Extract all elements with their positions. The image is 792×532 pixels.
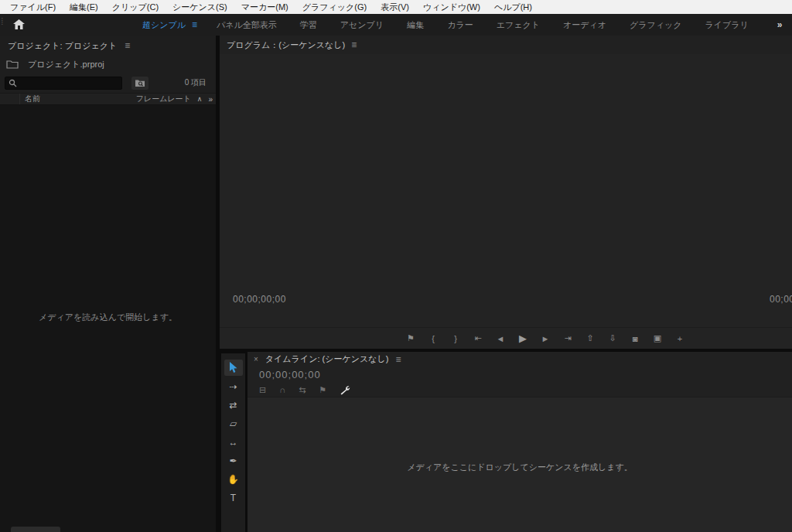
menu-sequence[interactable]: シーケンス(S) — [166, 0, 234, 14]
timeline-timecode[interactable]: 00;00;00;00 — [248, 367, 792, 383]
menu-window[interactable]: ウィンドウ(W) — [416, 0, 487, 14]
mark-in-button[interactable]: { — [428, 334, 439, 343]
project-file-row[interactable]: プロジェクト.prproj — [0, 56, 216, 73]
tab-workspace-audio[interactable]: オーディオ — [551, 14, 618, 36]
selection-arrow-icon — [228, 362, 238, 373]
tools-panel: ⇢ ⇄ ▱ ↔ ✒ ✋ T — [221, 353, 245, 532]
program-monitor-header: プログラム：(シーケンスなし) ≡ — [220, 36, 792, 54]
columns-overflow-icon[interactable]: » — [208, 95, 213, 104]
search-box[interactable] — [5, 77, 122, 90]
panel-menu-icon[interactable]: ≡ — [351, 39, 357, 50]
timeline-tab[interactable]: × タイムライン: (シーケンスなし) ≡ — [248, 352, 792, 367]
program-transport-controls: ⚑ { } ⇤ ◄ ▶ ► ⇥ ⇧ ⇩ ◙ ▣ + — [220, 328, 792, 349]
program-monitor-viewer — [220, 54, 792, 292]
workspace-menu-icon[interactable]: ≡ — [190, 19, 205, 30]
folder-search-icon — [135, 79, 145, 87]
snap-toggle[interactable]: ∩ — [279, 385, 285, 394]
menu-file[interactable]: ファイル(F) — [3, 0, 63, 14]
tab-workspace-effects[interactable]: エフェクト — [485, 14, 551, 36]
project-item-list[interactable]: メディアを読み込んで開始します。 — [0, 105, 216, 532]
search-input[interactable] — [17, 79, 118, 87]
insert-as-nest-toggle[interactable]: ⊟ — [259, 385, 266, 395]
tab-workspace-all-panels[interactable]: パネル全部表示 — [205, 14, 288, 36]
column-name[interactable]: 名前 — [20, 94, 136, 104]
lift-button[interactable]: ⇧ — [585, 333, 596, 343]
timeline-panel: × タイムライン: (シーケンスなし) ≡ 00;00;00;00 ⊟ ∩ ⇆ … — [248, 352, 792, 532]
menu-help[interactable]: ヘルプ(H) — [487, 0, 539, 14]
close-icon[interactable]: × — [254, 355, 258, 363]
program-timecode-row: 00;00;00;00 00;00;00;00 — [220, 292, 792, 309]
program-transport-divider — [220, 309, 792, 328]
ripple-edit-tool-button[interactable]: ⇄ — [224, 397, 243, 413]
mark-out-button[interactable]: } — [450, 334, 461, 343]
razor-tool-button[interactable]: ▱ — [224, 415, 243, 431]
timeline-tab-title: タイムライン: (シーケンスなし) — [265, 353, 389, 365]
slip-tool-button[interactable]: ↔ — [224, 434, 243, 450]
timeline-settings-button[interactable] — [340, 385, 350, 395]
panel-menu-icon[interactable]: ≡ — [125, 40, 130, 51]
search-bin-button[interactable] — [131, 77, 148, 90]
sort-caret-icon[interactable]: ∧ — [197, 95, 203, 103]
project-panel: プロジェクト: プロジェクト ≡ プロジェクト.prproj 0 項目 名前 — [0, 36, 216, 532]
panel-menu-icon[interactable]: ≡ — [395, 354, 401, 365]
timeline-track-area[interactable]: メディアをここにドロップしてシーケンスを作成します。 — [248, 397, 792, 532]
tab-workspace-assembly[interactable]: アセンブリ — [329, 14, 395, 36]
home-button[interactable] — [5, 14, 32, 36]
add-marker-button[interactable]: ⚑ — [405, 333, 416, 343]
tab-workspace-editing[interactable]: 編集 — [395, 14, 435, 36]
home-icon — [13, 19, 25, 30]
timeline-empty-message: メディアをここにドロップしてシーケンスを作成します。 — [248, 462, 792, 473]
extract-button[interactable]: ⇩ — [607, 333, 618, 343]
project-panel-header: プロジェクト: プロジェクト ≡ — [0, 36, 216, 56]
comparison-view-button[interactable]: ▣ — [652, 333, 663, 343]
menu-edit[interactable]: 編集(E) — [63, 0, 105, 14]
project-search-row: 0 項目 — [0, 73, 216, 93]
button-editor-button[interactable]: + — [674, 334, 685, 343]
column-framerate-group: フレームレート ∧ » — [136, 94, 216, 104]
tab-workspace-learning[interactable]: 学習 — [288, 14, 329, 36]
hand-tool-button[interactable]: ✋ — [224, 471, 243, 487]
project-column-headers: 名前 フレームレート ∧ » — [0, 93, 216, 105]
menu-bar: ファイル(F) 編集(E) クリップ(C) シーケンス(S) マーカー(M) グ… — [0, 0, 792, 14]
item-count: 0 項目 — [185, 77, 207, 88]
timeline-toolbar: ⊟ ∩ ⇆ ⚑ — [248, 383, 792, 397]
menu-graphics[interactable]: グラフィック(G) — [295, 0, 374, 14]
column-framerate[interactable]: フレームレート — [136, 94, 191, 104]
type-tool-button[interactable]: T — [224, 489, 243, 506]
pen-tool-button[interactable]: ✒ — [224, 452, 243, 469]
tab-workspace-color[interactable]: カラー — [435, 14, 485, 36]
column-spacer — [0, 94, 20, 104]
step-forward-button[interactable]: ► — [540, 334, 551, 343]
current-timecode[interactable]: 00;00;00;00 — [233, 294, 286, 305]
project-footer-stub — [11, 527, 60, 532]
project-icon — [6, 60, 19, 69]
timeline-add-marker-button[interactable]: ⚑ — [319, 385, 326, 395]
menu-clip[interactable]: クリップ(C) — [105, 0, 166, 14]
program-monitor-title: プログラム：(シーケンスなし) — [227, 39, 345, 51]
tab-workspace-libraries[interactable]: ライブラリ — [694, 14, 760, 36]
duration-timecode: 00;00;00;00 — [770, 294, 792, 305]
project-empty-message: メディアを読み込んで開始します。 — [0, 312, 216, 323]
program-monitor-panel: プログラム：(シーケンスなし) ≡ 00;00;00;00 00;00;00;0… — [220, 36, 792, 349]
workspace-overflow-chevron-icon[interactable]: » — [777, 19, 783, 30]
timeline-region: ⇢ ⇄ ▱ ↔ ✒ ✋ T × タイムライン: (シーケンスなし) ≡ 00;0… — [220, 352, 792, 532]
go-to-out-button[interactable]: ⇥ — [562, 333, 573, 343]
menu-view[interactable]: 表示(V) — [374, 0, 416, 14]
export-frame-button[interactable]: ◙ — [630, 334, 640, 343]
selection-tool-button[interactable] — [224, 360, 243, 376]
tab-workspace-chou-simple[interactable]: 超シンプル — [131, 14, 190, 36]
go-to-in-button[interactable]: ⇤ — [473, 333, 483, 343]
linked-selection-toggle[interactable]: ⇆ — [299, 385, 306, 395]
project-panel-title: プロジェクト: プロジェクト — [8, 40, 117, 52]
workspace-tabs: 超シンプル ≡ パネル全部表示 学習 アセンブリ 編集 カラー エフェクト オー… — [131, 14, 760, 36]
step-back-button[interactable]: ◄ — [495, 334, 506, 343]
search-icon — [9, 79, 17, 87]
wrench-icon — [340, 385, 350, 395]
project-file-name: プロジェクト.prproj — [28, 59, 104, 70]
workspace-bar: ⡇ 超シンプル ≡ パネル全部表示 学習 アセンブリ 編集 カラー エフェクト … — [0, 14, 792, 36]
tab-workspace-graphics[interactable]: グラフィック — [618, 14, 694, 36]
menu-marker[interactable]: マーカー(M) — [234, 0, 295, 14]
play-button[interactable]: ▶ — [517, 332, 528, 344]
track-select-forward-tool-button[interactable]: ⇢ — [224, 378, 243, 394]
